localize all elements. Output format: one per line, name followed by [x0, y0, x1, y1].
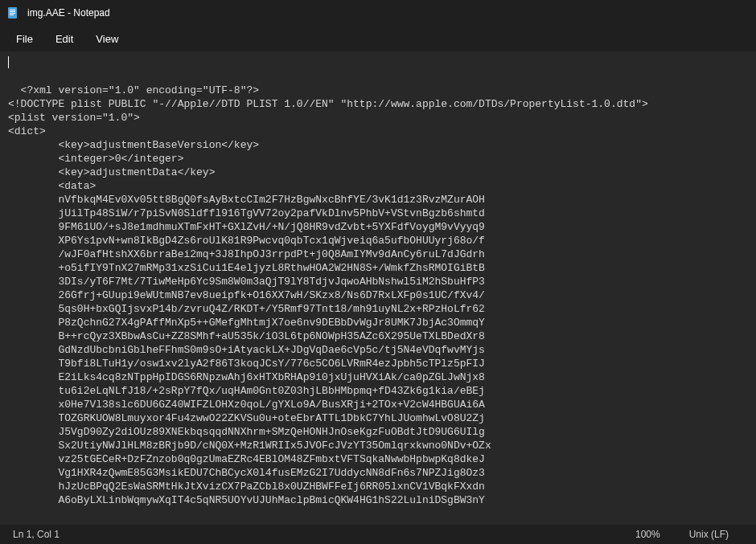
statusbar: Ln 1, Col 1 100% Unix (LF) [0, 525, 756, 544]
notepad-icon [6, 6, 19, 19]
menu-file[interactable]: File [6, 28, 43, 50]
svg-rect-2 [10, 11, 15, 12]
titlebar: img.AAE - Notepad [0, 0, 756, 26]
svg-rect-4 [10, 14, 14, 15]
text-editor[interactable]: <?xml version="1.0" encoding="UTF-8"?> <… [0, 51, 756, 525]
menu-view[interactable]: View [86, 28, 128, 50]
status-zoom[interactable]: 100% [621, 529, 675, 540]
status-position: Ln 1, Col 1 [13, 529, 74, 540]
editor-content: <?xml version="1.0" encoding="UTF-8"?> <… [8, 84, 648, 506]
menu-edit[interactable]: Edit [46, 28, 83, 50]
status-encoding[interactable]: Unix (LF) [675, 529, 743, 540]
svg-rect-3 [10, 13, 15, 14]
text-caret [8, 56, 9, 68]
menubar: File Edit View [0, 26, 756, 51]
window-title: img.AAE - Notepad [27, 7, 110, 18]
svg-rect-1 [10, 10, 15, 10]
